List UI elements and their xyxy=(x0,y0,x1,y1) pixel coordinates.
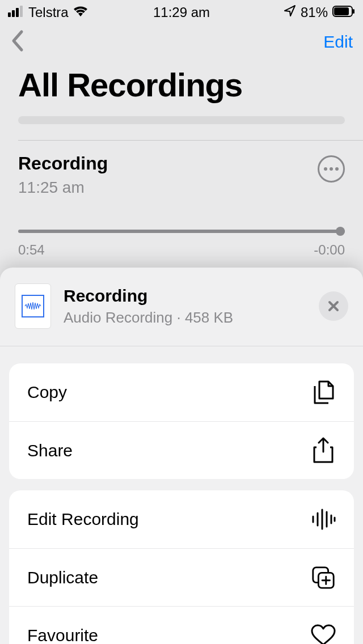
share-action[interactable]: Share xyxy=(9,421,354,479)
page-title: All Recordings xyxy=(0,59,363,116)
playback-scrubber[interactable] xyxy=(18,230,345,236)
share-label: Share xyxy=(27,441,73,460)
svg-rect-6 xyxy=(353,9,354,14)
duplicate-icon xyxy=(311,565,336,591)
status-bar: Telstra 11:29 am 81% xyxy=(0,0,363,25)
recording-item[interactable]: Recording 11:25 am 0:54 -0:00 xyxy=(0,141,363,258)
wifi-icon xyxy=(73,5,88,20)
remaining-time: -0:00 xyxy=(314,242,345,258)
nav-bar: Edit xyxy=(0,25,363,59)
heart-icon xyxy=(311,624,336,645)
scrubber-knob[interactable] xyxy=(336,227,345,236)
battery-pct: 81% xyxy=(301,5,328,20)
favourite-action[interactable]: Favourite xyxy=(9,606,354,644)
duplicate-action[interactable]: Duplicate xyxy=(9,548,354,606)
sheet-subtitle: Audio Recording · 458 KB xyxy=(64,309,306,327)
edit-button[interactable]: Edit xyxy=(323,32,353,52)
favourite-label: Favourite xyxy=(27,626,98,645)
edit-recording-action[interactable]: Edit Recording xyxy=(9,490,354,548)
waveform-icon xyxy=(311,509,336,530)
file-icon xyxy=(15,283,51,329)
copy-action[interactable]: Copy xyxy=(9,363,354,421)
carrier-label: Telstra xyxy=(28,5,69,20)
elapsed-time: 0:54 xyxy=(18,242,45,258)
copy-label: Copy xyxy=(27,383,67,402)
action-group-2: Edit Recording Duplicate Favourite xyxy=(9,490,354,644)
more-button[interactable] xyxy=(318,155,345,183)
search-input[interactable] xyxy=(18,116,345,124)
share-icon xyxy=(311,437,336,464)
sheet-title: Recording xyxy=(64,286,306,306)
action-group-1: Copy Share xyxy=(9,363,354,479)
recording-time: 11:25 am xyxy=(18,179,345,197)
location-icon xyxy=(284,5,296,20)
svg-rect-0 xyxy=(8,12,11,17)
back-button[interactable] xyxy=(10,29,24,54)
action-sheet: Recording Audio Recording · 458 KB Copy … xyxy=(0,268,363,644)
svg-rect-1 xyxy=(12,10,15,17)
svg-rect-2 xyxy=(16,8,19,17)
cellular-icon xyxy=(8,5,24,20)
duplicate-label: Duplicate xyxy=(27,568,98,587)
close-button[interactable] xyxy=(319,291,348,321)
svg-rect-5 xyxy=(334,7,349,15)
copy-icon xyxy=(311,379,336,405)
battery-icon xyxy=(332,5,355,20)
recording-name: Recording xyxy=(18,153,345,174)
sheet-header: Recording Audio Recording · 458 KB xyxy=(0,268,363,346)
svg-rect-3 xyxy=(20,6,23,17)
edit-recording-label: Edit Recording xyxy=(27,510,139,529)
